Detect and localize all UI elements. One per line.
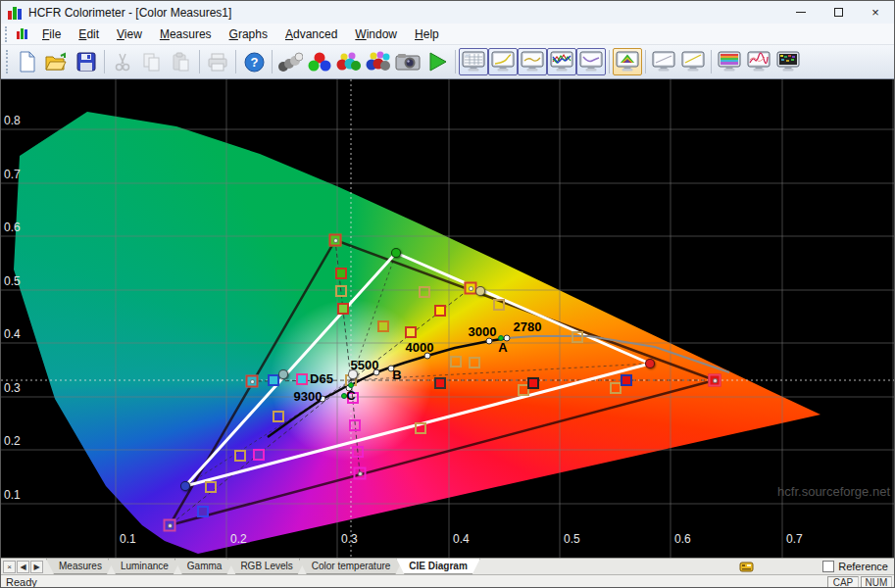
num-lock-indicator: NUM: [861, 576, 892, 588]
reference-checkbox-label: Reference: [838, 561, 888, 572]
primary-target-square: [329, 234, 342, 247]
view-gamma-button[interactable]: [518, 48, 547, 75]
menu-advanced[interactable]: Advanced: [276, 24, 346, 44]
reference-sat-square: [493, 299, 505, 311]
reference-sat-square: [469, 357, 480, 368]
tab-color-temperature[interactable]: Color temperature: [299, 559, 404, 574]
tabbar-next-button[interactable]: ▶: [30, 561, 43, 573]
maximize-button[interactable]: [820, 1, 857, 24]
locus-label: D65: [310, 371, 333, 386]
x-axis-tick-label: 0.5: [564, 532, 580, 546]
paste-button[interactable]: [167, 48, 196, 75]
measure-square: [268, 374, 279, 386]
tab-gamma[interactable]: Gamma: [174, 559, 235, 574]
sensor-status-icon: [739, 561, 754, 573]
toolbar-separator: [104, 50, 105, 74]
y-axis-tick-label: 0.2: [4, 434, 21, 448]
measured-point-circle: [645, 359, 655, 368]
reference-sat-square: [234, 450, 246, 462]
reference-checkbox[interactable]: [822, 561, 834, 572]
save-button[interactable]: [72, 48, 101, 75]
menu-view[interactable]: View: [108, 24, 151, 44]
x-axis-tick-label: 0.1: [120, 532, 136, 546]
view-b-button[interactable]: [678, 48, 708, 75]
play-button[interactable]: [423, 48, 452, 75]
measure-square: [377, 320, 389, 332]
tabbar-prev-button[interactable]: ◀: [17, 561, 29, 573]
print-button[interactable]: [203, 48, 232, 75]
y-axis-tick-label: 0.7: [4, 168, 21, 181]
cie-overlay: [1, 79, 895, 558]
reference-sat-square: [415, 422, 426, 434]
cut-button[interactable]: [108, 48, 137, 75]
menu-measures[interactable]: Measures: [151, 24, 221, 44]
menu-help[interactable]: Help: [406, 24, 448, 44]
measure-square: [434, 305, 446, 317]
main-toolbar: ?: [1, 45, 894, 79]
locus-label: 9300: [294, 389, 323, 404]
tab-cie-diagram[interactable]: CIE Diagram: [396, 559, 479, 574]
gray-series-button[interactable]: [275, 48, 305, 75]
copy-button[interactable]: [137, 48, 167, 75]
tab-measures[interactable]: Measures: [46, 559, 115, 574]
toolbar-separator: [199, 50, 200, 74]
open-folder-button[interactable]: [42, 48, 72, 75]
y-axis-tick-label: 0.6: [4, 220, 21, 234]
status-bar: Ready CAP NUM: [1, 574, 894, 588]
cie-diagram-view[interactable]: 9300D655500400030002780ABC0.10.20.30.40.…: [1, 79, 895, 558]
full-series-button[interactable]: [364, 48, 393, 75]
view-curves-button[interactable]: [744, 48, 773, 75]
locus-label: 5500: [351, 358, 379, 372]
view-measures-button[interactable]: [459, 48, 488, 75]
menu-bar: FileEditViewMeasuresGraphsAdvancedWindow…: [1, 24, 894, 45]
caps-lock-indicator: CAP: [827, 576, 859, 588]
target-symbol: [250, 379, 255, 384]
toolbar-separator: [711, 50, 712, 74]
measure-square: [337, 303, 349, 315]
toolbar-separator: [609, 50, 610, 74]
measure-square: [349, 419, 361, 431]
y-axis-tick-label: 0.1: [4, 488, 21, 502]
view-noise-button[interactable]: [773, 48, 803, 75]
tab-rgb-levels[interactable]: RGB Levels: [227, 559, 305, 574]
x-axis-tick-label: 0.4: [453, 532, 470, 546]
view-stripes-button[interactable]: [715, 48, 744, 75]
toolbar-separator: [272, 50, 273, 74]
secondary-series-button[interactable]: [334, 48, 364, 75]
close-button[interactable]: ×: [857, 1, 894, 24]
reference-sat-square: [572, 331, 583, 343]
locus-label: 3000: [469, 324, 497, 339]
tabbar-close-button[interactable]: ×: [3, 561, 16, 573]
measure-square: [197, 506, 209, 517]
camera-button[interactable]: [393, 48, 423, 75]
measure-square: [405, 326, 417, 338]
locus-temperature-marker: [486, 338, 493, 345]
x-axis-tick-label: 0.6: [674, 532, 691, 546]
x-axis-tick-label: 0.7: [786, 532, 803, 546]
primary-series-button[interactable]: [305, 48, 334, 75]
view-rgb-button[interactable]: [547, 48, 576, 75]
measured-point-circle: [391, 248, 401, 258]
target-symbol: [168, 523, 173, 528]
minimize-button[interactable]: [782, 1, 820, 24]
primary-target-square: [354, 467, 367, 480]
menu-graphs[interactable]: Graphs: [221, 24, 276, 44]
app-logo-icon: [7, 6, 23, 20]
menu-file[interactable]: File: [33, 24, 70, 44]
menu-edit[interactable]: Edit: [70, 24, 108, 44]
locus-label: 2780: [514, 319, 542, 334]
measure-square: [527, 377, 539, 389]
menu-window[interactable]: Window: [346, 24, 406, 44]
view-cie-button[interactable]: [613, 48, 642, 75]
mdi-document-icon[interactable]: [16, 27, 29, 40]
primary-target-square: [246, 375, 259, 388]
tab-luminance[interactable]: Luminance: [108, 559, 181, 574]
toolbar-separator: [235, 50, 236, 74]
reference-sat-square: [419, 286, 430, 298]
locus-label: A: [498, 340, 507, 355]
help-button[interactable]: ?: [239, 48, 269, 75]
new-file-button[interactable]: [13, 48, 42, 75]
view-luminance-button[interactable]: [488, 48, 518, 75]
view-colortemp-button[interactable]: [576, 48, 606, 75]
view-a-button[interactable]: [649, 48, 678, 75]
